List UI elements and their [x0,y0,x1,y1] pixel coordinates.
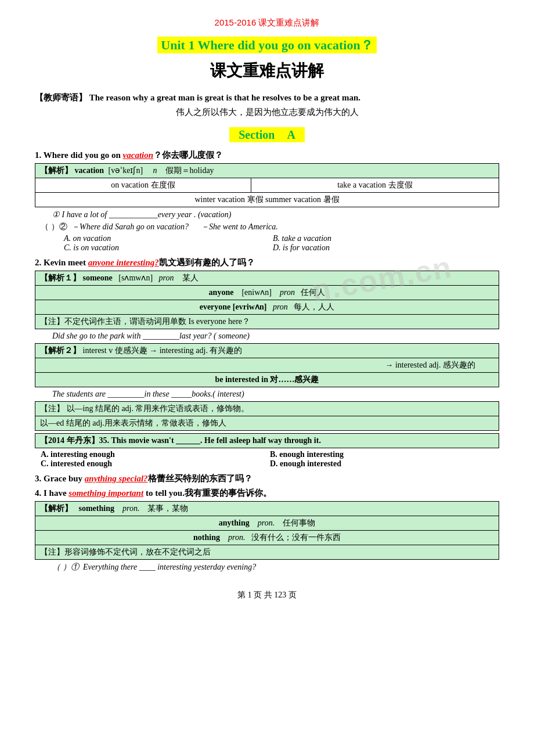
q4-underline: something important [68,488,143,498]
q2-be-interested: be interested in 对……感兴趣 [35,373,499,387]
q2-analysis2-table: 【解析２】 interest v 使感兴趣 → interesting adj.… [35,343,499,387]
question-1: 1. Where did you go on vacation？你去哪儿度假？ [35,150,499,161]
top-label: 2015-2016 课文重难点讲解 [215,17,320,27]
q1-row2-c1: on vacation 在度假 [35,178,251,193]
q1-text: Where did you go on [44,150,123,160]
q2-num: 2. [35,258,41,267]
q4-text: I have [44,488,68,498]
question-2: 2. Kevin meet anyone interesting?凯文遇到有趣的… [35,257,499,268]
q2-interest-row1: 【解析２】 interest v 使感兴趣 → interesting adj.… [35,344,499,358]
q4-num: 4. [35,488,41,498]
unit-title-text: Unit 1 Where did you go on vacation？ [157,37,376,53]
page-header: 2015-2016 课文重难点讲解 [35,17,499,28]
question-3: 3. Grace buy anything special?格蕾丝买特别的东西了… [35,473,499,484]
q4-analysis-table: 【解析】 something pron. 某事，某物 anything pron… [35,501,499,560]
q4-note4: 【注】形容词修饰不定代词，放在不定代词之后 [35,545,499,560]
q2-analysis-table: 【解析１】 someone [sʌmwʌn] pron 某人 anyone [e… [35,271,499,329]
quote-bracket: 【教师寄语】 [35,93,87,102]
q1-num: 1. [35,150,41,160]
q1-choice-d: D. is for vacation [273,243,499,253]
q2-underline: anyone interesting? [88,258,159,267]
q2-choices: A. interesting enough B. enough interest… [41,450,499,469]
main-title: 课文重难点讲解 [35,60,499,82]
q4-anything-row: anything pron. 任何事物 [35,516,499,531]
q4-ex-final: （ ）① Everything there ____ interesting y… [52,562,499,573]
q1-analysis-table: 【解析】 vacation [vəˈkeɪʃn] n 假期＝holiday on… [35,163,499,207]
section-text: Section A [229,127,305,142]
q1-choice-a: A. on vacation [46,234,273,243]
q4-something-row: 【解析】 something pron. 某事，某物 [35,502,499,516]
q2-anyone-row: anyone [eniwʌn] pron 任何人 [35,286,499,300]
q2-note1: 【注】不定代词作主语，谓语动词用单数 Is everyone here？ [35,315,499,329]
q2-choice-c: C. interested enough [41,459,270,469]
q2-choice-d: D. enough interested [270,459,499,469]
q1-ex2: （ ）② －Where did Sarah go on vacation? －S… [41,222,499,232]
footer-text: 第 1 页 共 123 页 [237,591,297,599]
q3-underline: anything special? [85,474,148,483]
q1-underline: vacation [123,150,154,160]
q1-ex1: ① I have a lot of ____________every year… [52,210,499,219]
question-4: 4. I have something important to tell yo… [35,488,499,499]
teacher-quote: 【教师寄语】 The reason why a great man is gre… [35,92,499,103]
section-title: Section A [35,128,499,142]
q2-ex-fill2: The students are _________in these _____… [52,390,499,399]
q2-suffix: 凯文遇到有趣的人了吗？ [159,258,255,267]
unit-title-block: Unit 1 Where did you go on vacation？ [35,37,499,54]
q2-note2: 【注】 以—ing 结尾的 adj. 常用来作定语或表语，修饰物。 [35,402,499,416]
quote-cn: 伟人之所以伟大，是因为他立志要成为伟大的人 [35,107,499,118]
q2-everyone-row: everyone [evriwʌn] pron 每人，人人 [35,300,499,315]
q4-suffix: to tell you. [143,488,185,498]
q2-note-table: 【注】 以—ing 结尾的 adj. 常用来作定语或表语，修饰物。 以—ed 结… [35,401,499,431]
q2-someone-row: 【解析１】 someone [sʌmwʌn] pron 某人 [35,271,499,286]
q2-choice-b: B. enough interesting [270,450,499,459]
quote-en: The reason why a great man is great is t… [89,93,360,102]
q4-suffix2: 我有重要的事告诉你。 [185,488,272,498]
q3-text: Grace buy [44,474,85,483]
q2-ex-fill: Did she go to the park with _________las… [52,332,499,341]
q1-choice-c: C. is on vacation [46,243,273,253]
q1-choices: A. on vacation B. take a vacation C. is … [46,234,499,253]
q1-analysis-row1: 【解析】 vacation [vəˈkeɪʃn] n 假期＝holiday [35,164,499,178]
q3-suffix: 格蕾丝买特别的东西了吗？ [148,474,252,483]
q2-note3: 以—ed 结尾的 adj.用来表示情绪，常做表语，修饰人 [35,416,499,431]
q1-row2-c2: take a vacation 去度假 [251,178,499,193]
q1-choice-b: B. take a vacation [273,234,499,243]
q1-suffix: ？你去哪儿度假？ [153,150,223,160]
q3-num: 3. [35,474,41,483]
q2-text: Kevin meet [44,258,88,267]
q2-interest-row2: → interested adj. 感兴趣的 [35,358,499,373]
q4-nothing-row: nothing pron. 没有什么；没有一件东西 [35,531,499,545]
q2-danke: 【2014 年丹东】35. This movie wasn't ______. … [35,433,499,448]
q1-row3: winter vacation 寒假 summer vacation 暑假 [35,193,499,207]
q2-choice-a: A. interesting enough [41,450,270,459]
page-footer: 第 1 页 共 123 页 [35,590,499,600]
